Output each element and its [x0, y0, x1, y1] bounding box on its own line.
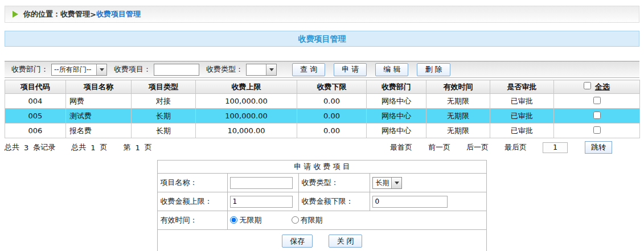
- first-page-link[interactable]: 最首页: [390, 142, 412, 153]
- cell-code: 004: [5, 94, 66, 109]
- header-lower: 收费下限: [297, 80, 367, 94]
- upper-limit-input[interactable]: [230, 196, 293, 208]
- item-filter-label: 收费项目：: [114, 64, 151, 75]
- fee-type-label: 收费类型：: [299, 174, 370, 192]
- cell-department: 网络中心: [367, 109, 426, 124]
- radio-unlimited-label: 无限期: [239, 215, 261, 225]
- form-title: 申 请 收 费 项 目: [158, 161, 486, 174]
- header-code: 项目代码: [5, 80, 66, 94]
- dropdown-arrow-icon: [391, 178, 401, 188]
- lower-limit-input[interactable]: [372, 196, 448, 208]
- location-arrow-icon: [13, 11, 18, 18]
- dept-filter-label: 收费部门：: [11, 64, 48, 75]
- cell-upper-limit: 100,000.00: [196, 94, 297, 109]
- header-select-all: 全选: [554, 80, 640, 94]
- cell-upper-limit: 10,000.00: [196, 124, 297, 138]
- cell-lower-limit: 0.00: [297, 94, 367, 109]
- records-total-suffix: 条记录: [33, 142, 55, 153]
- current-page-number: 1: [136, 143, 140, 152]
- cell-department: 网络中心: [367, 124, 426, 138]
- delete-button[interactable]: 删 除: [417, 63, 450, 76]
- records-total-count: 3: [24, 143, 28, 152]
- dept-filter-value: --所有部门--: [52, 65, 96, 75]
- cell-code: 005: [5, 109, 66, 124]
- breadcrumb: 你的位置： 收费管理 > 收费项目管理: [5, 6, 639, 23]
- current-page-prefix: 第: [124, 142, 131, 153]
- apply-fee-form: 申 请 收 费 项 目 项目名称： 收费类型： 长期 收费金额上限： 收费金额下…: [157, 160, 486, 251]
- cell-name: 测试费: [66, 109, 132, 124]
- query-button[interactable]: 查 询: [292, 63, 325, 76]
- cell-valid-time: 无期限: [426, 109, 490, 124]
- header-approved: 是否审批: [490, 80, 554, 94]
- valid-time-options: 无限期 有限期: [228, 211, 486, 230]
- records-total-prefix: 总共: [5, 142, 19, 153]
- cell-code: 006: [5, 124, 66, 138]
- upper-limit-cell: [228, 192, 299, 211]
- pages-total-prefix: 总共: [71, 142, 86, 153]
- cell-select: [554, 94, 640, 109]
- table-header-row: 项目代码 项目名称 项目类型 收费上限 收费下限 收费部门 有效时间 是否审批 …: [5, 80, 640, 94]
- cell-name: 报名费: [66, 124, 132, 138]
- item-filter-input[interactable]: [154, 64, 199, 76]
- header-upper: 收费上限: [196, 80, 297, 94]
- row-checkbox[interactable]: [593, 97, 601, 104]
- breadcrumb-separator: >: [90, 10, 96, 19]
- upper-limit-label: 收费金额上限：: [158, 192, 228, 211]
- breadcrumb-prefix: 你的位置：: [23, 9, 60, 19]
- pages-total-suffix: 页: [100, 142, 108, 153]
- radio-limited[interactable]: [292, 216, 299, 224]
- dropdown-arrow-icon: [266, 64, 276, 75]
- current-page-suffix: 页: [145, 142, 152, 153]
- dropdown-arrow-icon: [96, 64, 106, 75]
- header-valid: 有效时间: [426, 80, 490, 94]
- type-filter-select[interactable]: [246, 64, 277, 76]
- select-all-checkbox[interactable]: [584, 82, 591, 89]
- close-button[interactable]: 关 闭: [329, 234, 362, 248]
- fee-type-value: 长期: [373, 178, 391, 188]
- fee-items-table: 项目代码 项目名称 项目类型 收费上限 收费下限 收费部门 有效时间 是否审批 …: [5, 80, 640, 138]
- filter-toolbar: 收费部门： --所有部门-- 收费项目： 收费类型： 查 询 申 请 编 辑 删…: [5, 61, 639, 78]
- lower-limit-cell: [370, 192, 486, 211]
- cell-department: 网络中心: [367, 94, 426, 109]
- last-page-link[interactable]: 最后页: [504, 142, 527, 153]
- fee-item-management-page: 你的位置： 收费管理 > 收费项目管理 收费项目管理 收费部门： --所有部门-…: [0, 6, 644, 251]
- valid-time-label: 有效时间：: [158, 211, 228, 230]
- edit-button[interactable]: 编 辑: [375, 63, 408, 76]
- jump-button[interactable]: 跳转: [585, 141, 612, 154]
- cell-approved: 已审批: [490, 124, 554, 138]
- select-all-label[interactable]: 全选: [595, 83, 610, 91]
- cell-select: [554, 109, 640, 124]
- table-row[interactable]: 004 网费 对接 100,000.00 0.00 网络中心 无期限 已审批: [5, 94, 640, 109]
- cell-approved: 已审批: [490, 94, 554, 109]
- header-dept: 收费部门: [367, 80, 426, 94]
- form-buttons: 保存 关 闭: [158, 230, 486, 251]
- save-button[interactable]: 保存: [282, 234, 313, 248]
- dept-filter-select[interactable]: --所有部门--: [51, 64, 107, 76]
- cell-lower-limit: 0.00: [297, 124, 367, 138]
- pagination-bar: 总共 3 条记录 总共 1 页 第 1 页 最首页 前一页 后一页 最后页 跳转: [5, 141, 639, 154]
- cell-valid-time: 无期限: [426, 94, 490, 109]
- radio-unlimited-option[interactable]: 无限期: [230, 215, 261, 225]
- radio-unlimited[interactable]: [230, 216, 237, 224]
- type-filter-label: 收费类型：: [206, 64, 243, 75]
- table-row[interactable]: 006 报名费 长期 10,000.00 0.00 网络中心 无期限 已审批: [5, 124, 640, 138]
- jump-page-input[interactable]: [543, 142, 568, 153]
- apply-button[interactable]: 申 请: [334, 63, 367, 76]
- breadcrumb-current-link[interactable]: 收费项目管理: [96, 9, 141, 19]
- cell-upper-limit: 100,000.00: [196, 109, 297, 124]
- breadcrumb-section: 收费管理: [60, 9, 90, 19]
- radio-limited-option[interactable]: 有限期: [292, 215, 323, 225]
- next-page-link[interactable]: 后一页: [466, 142, 489, 153]
- fee-type-select[interactable]: 长期: [372, 177, 402, 189]
- fee-type-cell: 长期: [370, 174, 486, 192]
- table-row[interactable]: 005 测试费 长期 100,000.00 0.00 网络中心 无期限 已审批: [5, 109, 640, 124]
- row-checkbox[interactable]: [593, 126, 601, 134]
- project-name-cell: [228, 174, 299, 192]
- row-checkbox[interactable]: [593, 112, 601, 119]
- page-title: 收费项目管理: [5, 31, 639, 47]
- project-name-input[interactable]: [230, 177, 293, 189]
- radio-limited-label: 有限期: [301, 215, 323, 225]
- cell-lower-limit: 0.00: [297, 109, 367, 124]
- prev-page-link[interactable]: 前一页: [428, 142, 450, 153]
- cell-valid-time: 无期限: [426, 124, 490, 138]
